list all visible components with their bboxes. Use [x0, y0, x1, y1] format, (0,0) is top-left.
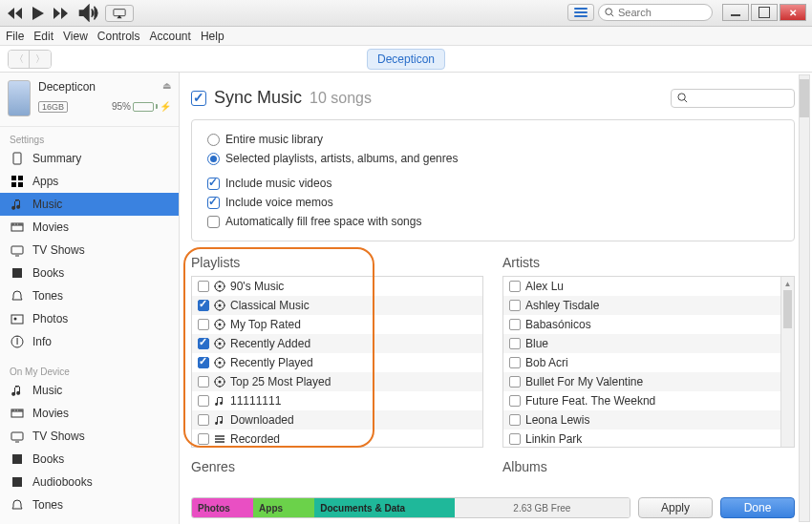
content-search[interactable] [671, 89, 795, 108]
artist-row[interactable]: Future Feat. The Weeknd [503, 391, 794, 410]
sidebar-item-books[interactable]: Books [0, 262, 179, 284]
global-search[interactable] [598, 4, 713, 21]
sidebar-item-label: Apps [32, 175, 58, 188]
radio-selected-playlists[interactable] [207, 153, 220, 165]
content-scrollbar[interactable] [799, 74, 810, 522]
playlist-row[interactable]: Downloaded [192, 410, 482, 430]
sidebar-item-label: Music [32, 198, 62, 211]
sidebar-item-label: Movies [32, 220, 69, 234]
tv-shows-icon [10, 242, 25, 258]
playlist-row[interactable]: Classical Music [192, 296, 482, 315]
check-autofill[interactable] [207, 216, 220, 228]
artist-checkbox[interactable] [509, 357, 521, 368]
apply-button[interactable]: Apply [638, 497, 713, 518]
sidebar-item-photos[interactable]: Photos [0, 307, 179, 330]
sidebar-item-audiobooks[interactable]: Audiobooks [0, 471, 179, 493]
artist-row[interactable]: Bob Acri [503, 353, 794, 372]
close-button[interactable]: ✕ [780, 4, 806, 21]
check-music-videos[interactable] [207, 178, 220, 190]
view-mode-button[interactable] [567, 4, 594, 21]
sidebar-item-books[interactable]: Books [0, 448, 179, 471]
menu-edit[interactable]: Edit [33, 30, 53, 43]
label-selected-playlists: Selected playlists, artists, albums, and… [225, 152, 458, 165]
playlist-checkbox[interactable] [198, 300, 209, 311]
minimize-button[interactable] [722, 4, 749, 21]
sidebar-item-tones[interactable]: Tones [0, 493, 179, 516]
artist-checkbox[interactable] [509, 338, 521, 349]
sidebar-item-label: Tones [32, 498, 63, 512]
sync-options-panel: Entire music library Selected playlists,… [191, 119, 795, 241]
artist-checkbox[interactable] [509, 433, 521, 445]
menu-view[interactable]: View [63, 30, 88, 43]
sidebar-item-movies[interactable]: Movies [0, 216, 179, 239]
menu-help[interactable]: Help [201, 30, 224, 43]
playlist-row[interactable]: My Top Rated [192, 315, 482, 334]
artists-scrollbar[interactable]: ▲ [780, 277, 794, 447]
artist-label: Future Feat. The Weeknd [525, 394, 655, 408]
playlist-row[interactable]: Recently Played [192, 353, 482, 372]
artist-checkbox[interactable] [509, 281, 521, 292]
menu-controls[interactable]: Controls [97, 30, 140, 43]
playlist-checkbox[interactable] [198, 414, 209, 426]
sidebar-item-tv-shows[interactable]: TV Shows [0, 425, 179, 448]
playlist-checkbox[interactable] [198, 357, 209, 368]
sidebar-item-label: Tones [32, 289, 63, 303]
artist-row[interactable]: Babasónicos [503, 315, 794, 334]
playlist-row[interactable]: Recently Added [192, 334, 482, 353]
svg-point-23 [219, 324, 222, 326]
playlist-row[interactable]: 90's Music [192, 277, 482, 296]
artist-row[interactable]: Blue [503, 334, 794, 353]
artist-row[interactable]: Alex Lu [503, 277, 794, 296]
sidebar-item-tv-shows[interactable]: TV Shows [0, 239, 179, 262]
playlist-row[interactable]: Top 25 Most Played [192, 372, 482, 391]
playlist-checkbox[interactable] [198, 319, 209, 330]
sidebar-item-apps[interactable]: Apps [0, 170, 179, 193]
prev-button[interactable] [6, 6, 25, 21]
global-search-input[interactable] [618, 7, 704, 18]
playlist-checkbox[interactable] [198, 433, 209, 445]
sync-music-checkbox[interactable] [191, 91, 206, 106]
artist-checkbox[interactable] [509, 319, 521, 330]
radio-entire-library[interactable] [207, 134, 220, 146]
play-button[interactable] [29, 6, 48, 21]
sidebar-item-label: Info [32, 335, 52, 348]
artists-list[interactable]: Alex LuAshley TisdaleBabasónicosBlueBob … [502, 276, 795, 448]
capacity-bar: Photos Apps Documents & Data 2.63 GB Fre… [191, 497, 795, 518]
forward-button[interactable]: 〉 [30, 51, 51, 68]
sidebar-item-music[interactable]: Music [0, 379, 179, 402]
artist-checkbox[interactable] [509, 414, 521, 426]
artist-row[interactable]: Ashley Tisdale [503, 296, 794, 315]
artist-row[interactable]: Leona Lewis [503, 410, 794, 430]
playlist-row[interactable]: Recorded [192, 430, 482, 448]
back-button[interactable]: 〈 [9, 51, 30, 68]
sidebar-item-info[interactable]: iInfo [0, 330, 179, 353]
label-autofill: Automatically fill free space with songs [225, 215, 421, 228]
maximize-button[interactable] [751, 4, 778, 21]
sidebar-item-music[interactable]: Music [0, 193, 179, 216]
menu-account[interactable]: Account [150, 30, 191, 43]
menu-file[interactable]: File [6, 30, 24, 43]
eject-button[interactable]: ⏏ [162, 80, 171, 91]
sidebar-item-movies[interactable]: Movies [0, 402, 179, 425]
artist-row[interactable]: Bullet For My Valentine [503, 372, 794, 391]
artist-row[interactable]: Linkin Park [503, 430, 794, 448]
volume-icon[interactable] [78, 6, 99, 21]
playlists-list[interactable]: 90's MusicClassical MusicMy Top RatedRec… [191, 276, 483, 448]
playlist-checkbox[interactable] [198, 281, 209, 292]
gear-icon [214, 357, 225, 368]
check-voice-memos[interactable] [207, 197, 220, 209]
next-button[interactable] [52, 6, 71, 21]
done-button[interactable]: Done [720, 497, 795, 518]
playlist-checkbox[interactable] [198, 395, 209, 407]
playlist-row[interactable]: 11111111 [192, 391, 482, 410]
playlist-checkbox[interactable] [198, 338, 209, 349]
artist-checkbox[interactable] [509, 300, 521, 311]
svg-point-21 [219, 304, 222, 307]
device-tab[interactable]: Decepticon [367, 49, 445, 70]
sidebar-item-summary[interactable]: Summary [0, 147, 179, 170]
airplay-button[interactable] [105, 5, 134, 22]
playlist-checkbox[interactable] [198, 376, 209, 388]
artist-checkbox[interactable] [509, 376, 521, 388]
sidebar-item-tones[interactable]: Tones [0, 284, 179, 307]
artist-checkbox[interactable] [509, 395, 521, 407]
